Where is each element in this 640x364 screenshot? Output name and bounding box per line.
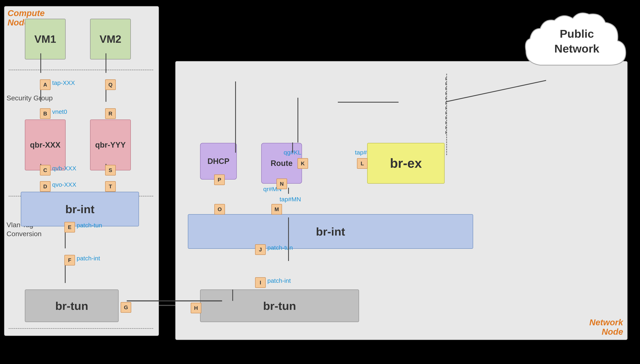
port-A: A (40, 80, 51, 90)
compute-node-box: Compute Node Security Group Vlan TagConv… (4, 6, 159, 336)
vm2-box: VM2 (90, 19, 131, 60)
port-L: L (357, 158, 368, 169)
patch-tun-network-label: patch-tun (267, 244, 293, 251)
port-K: K (297, 158, 308, 169)
br-tun-compute: br-tun (25, 290, 119, 322)
patch-int-network-label: patch-int (267, 277, 291, 284)
br-ex-box: br-ex (367, 143, 445, 184)
port-F: F (64, 255, 75, 266)
security-group-label: Security Group (7, 94, 53, 102)
port-M: M (271, 204, 282, 214)
port-C: C (40, 165, 51, 176)
public-network-label: Public Network (522, 26, 632, 56)
qbr-xxx-box: qbr-XXX (25, 120, 66, 170)
port-H: H (191, 303, 201, 313)
tap-mn-label: tap#MN (279, 196, 301, 203)
network-node-label: Network Node (589, 318, 623, 336)
port-I: I (255, 277, 266, 288)
vnet0-label: vnet0 (52, 108, 67, 115)
main-container: Compute Node Security Group Vlan TagConv… (0, 0, 640, 364)
port-D: D (40, 181, 51, 192)
vm1-box: VM1 (25, 19, 66, 60)
dhcp-box: DHCP (200, 143, 237, 180)
tap-xxx-label: tap-XXX (52, 80, 75, 86)
port-N: N (276, 178, 287, 189)
port-S: S (105, 165, 116, 176)
port-P: P (214, 174, 225, 185)
qg-kl-label: qg#KL (284, 149, 301, 156)
br-int-compute: br-int (21, 192, 139, 226)
dashed-vertical-public (446, 74, 447, 155)
port-G: G (121, 302, 131, 313)
port-E: E (64, 222, 75, 232)
qvo-xxx-label: qvo-XXX (52, 181, 76, 188)
qvb-xxx-label: qvb-XXX (52, 165, 76, 172)
divider-1 (9, 70, 153, 70)
port-Q: Q (105, 80, 116, 90)
br-tun-network: br-tun (200, 290, 359, 322)
patch-tun-compute-label: patch-tun (77, 222, 102, 229)
divider-3 (9, 328, 153, 329)
port-J: J (255, 244, 266, 255)
public-network-cloud: Public Network (522, 8, 632, 77)
port-O: O (214, 204, 225, 214)
port-B: B (40, 108, 51, 119)
qbr-yyy-box: qbr-YYY (90, 120, 131, 170)
network-node-box: Network Node DHCP P Route K qg#KL N qr#M… (175, 61, 627, 340)
patch-int-compute-label: patch-int (77, 255, 100, 262)
port-R: R (105, 108, 116, 119)
port-T: T (105, 181, 116, 192)
br-int-network: br-int (188, 214, 473, 249)
